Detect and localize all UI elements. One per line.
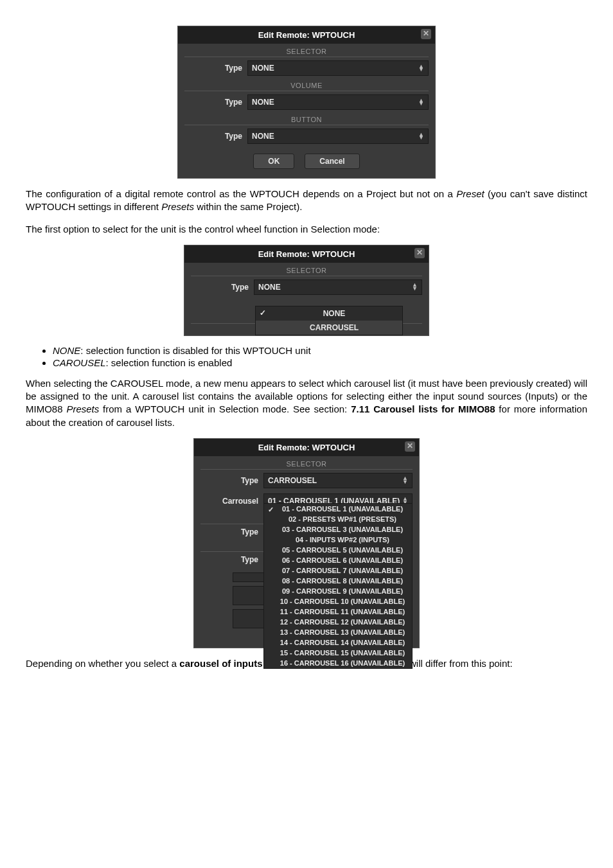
carrousel-option[interactable]: 06 - CARROUSEL 6 (UNAVAILABLE)	[264, 555, 412, 565]
selector-type-row: Type NONE ▲▼	[184, 276, 429, 297]
close-icon[interactable]: ✕	[421, 29, 431, 39]
selector-heading: SELECTOR	[191, 263, 422, 276]
carrousel-option[interactable]: 10 - CARROUSEL 10 (UNAVAILABLE)	[264, 596, 412, 607]
type-dropdown-list: NONE CARROUSEL	[255, 306, 403, 335]
edit-remote-dialog-2: Edit Remote: WPTOUCH ✕ SELECTOR Type NON…	[184, 245, 429, 336]
ok-button[interactable]: OK	[253, 154, 294, 169]
carrousel-option[interactable]: 12 - CARROUSEL 12 (UNAVAILABLE)	[264, 617, 412, 627]
carrousel-option[interactable]: 03 - CARROUSEL 3 (UNAVAILABLE)	[264, 524, 412, 535]
sort-arrows-icon: ▲▼	[418, 133, 424, 140]
paragraph-first-option: The first option to select for the unit …	[26, 223, 587, 236]
selector-heading: SELECTOR	[184, 44, 429, 57]
volume-type-row: Type NONE ▲▼	[178, 91, 435, 112]
sort-arrows-icon: ▲▼	[418, 65, 424, 72]
sort-arrows-icon: ▲▼	[402, 477, 408, 484]
close-icon[interactable]: ✕	[405, 441, 415, 452]
dialog-title: Edit Remote: WPTOUCH ✕	[178, 26, 435, 44]
type-label: Type	[191, 283, 254, 292]
selector-type-row: Type CARROUSEL ▲▼	[194, 470, 419, 490]
selector-type-value: CARROUSEL	[268, 476, 317, 485]
selector-heading: SELECTOR	[200, 456, 413, 470]
close-icon[interactable]: ✕	[414, 248, 425, 258]
carrousel-option[interactable]: 11 - CARROUSEL 11 (UNAVAILABLE)	[264, 607, 412, 617]
volume-type-value: NONE	[252, 98, 274, 107]
type-label: Type	[200, 555, 263, 564]
dialog-title-text: Edit Remote: WPTOUCH	[258, 249, 355, 259]
type-label: Type	[184, 98, 247, 107]
dialog-title: Edit Remote: WPTOUCH ✕	[194, 439, 419, 456]
edit-remote-dialog-3: Edit Remote: WPTOUCH ✕ SELECTOR Type CAR…	[193, 438, 420, 648]
type-label: Type	[184, 132, 247, 141]
dialog-title-text: Edit Remote: WPTOUCH	[258, 30, 355, 40]
selector-type-select[interactable]: NONE ▲▼	[254, 279, 422, 295]
selector-type-row: Type NONE ▲▼	[178, 57, 435, 78]
button-type-value: NONE	[252, 132, 274, 141]
dialog-buttons: OK Cancel	[178, 146, 435, 178]
list-item: CAROUSEL: selection function is enabled	[53, 357, 587, 368]
type-label: Type	[200, 476, 263, 485]
cancel-button[interactable]: Cancel	[305, 154, 359, 169]
volume-heading: VOLUME	[184, 78, 429, 91]
button-type-row: Type NONE ▲▼	[178, 125, 435, 146]
sort-arrows-icon: ▲▼	[412, 283, 418, 290]
carrousel-option[interactable]: 05 - CARROUSEL 5 (UNAVAILABLE)	[264, 545, 412, 555]
type-label: Type	[184, 64, 247, 73]
button-heading: BUTTON	[184, 112, 429, 125]
carrousel-option[interactable]: 07 - CARROUSEL 7 (UNAVAILABLE)	[264, 565, 412, 576]
selector-type-value: NONE	[258, 283, 281, 292]
selection-options-list: NONE: selection function is disabled for…	[26, 345, 587, 368]
list-item: NONE: selection function is disabled for…	[53, 345, 587, 356]
type-option-carrousel[interactable]: CARROUSEL	[256, 321, 402, 335]
volume-type-select[interactable]: NONE ▲▼	[247, 94, 429, 110]
carrousel-label: Carrousel	[200, 497, 263, 506]
sort-arrows-icon: ▲▼	[418, 99, 424, 106]
paragraph-carousel-mode: When selecting the CAROUSEL mode, a new …	[26, 377, 587, 429]
button-type-select[interactable]: NONE ▲▼	[247, 128, 429, 144]
carrousel-option[interactable]: 08 - CARROUSEL 8 (UNAVAILABLE)	[264, 576, 412, 586]
dialog-title-text: Edit Remote: WPTOUCH	[258, 443, 355, 452]
carrousel-option[interactable]: 04 - INPUTS WP#2 (INPUTS)	[264, 535, 412, 545]
type-label: Type	[200, 527, 263, 536]
selector-type-select[interactable]: NONE ▲▼	[247, 60, 429, 76]
selector-type-value: NONE	[252, 64, 274, 73]
dialog-title: Edit Remote: WPTOUCH ✕	[184, 245, 429, 263]
carrousel-option[interactable]: 02 - PRESETS WP#1 (PRESETS)	[264, 514, 412, 524]
carrousel-option[interactable]: 01 - CARROUSEL 1 (UNAVAILABLE)	[264, 504, 412, 514]
carrousel-option[interactable]: 13 - CARROUSEL 13 (UNAVAILABLE)	[264, 627, 412, 637]
carrousel-option[interactable]: 16 - CARROUSEL 16 (UNAVAILABLE)	[264, 658, 412, 668]
carrousel-option[interactable]: 15 - CARROUSEL 15 (UNAVAILABLE)	[264, 648, 412, 658]
carrousel-option[interactable]: 09 - CARROUSEL 9 (UNAVAILABLE)	[264, 586, 412, 596]
carrousel-option[interactable]: 14 - CARROUSEL 14 (UNAVAILABLE)	[264, 637, 412, 648]
carrousel-dropdown-list: 01 - CARROUSEL 1 (UNAVAILABLE)02 - PRESE…	[263, 503, 413, 669]
paragraph-config-depends: The configuration of a digital remote co…	[26, 188, 587, 214]
selector-type-select[interactable]: CARROUSEL ▲▼	[263, 473, 413, 488]
edit-remote-dialog-1: Edit Remote: WPTOUCH ✕ SELECTOR Type NON…	[177, 26, 436, 179]
type-option-none[interactable]: NONE	[256, 306, 402, 321]
